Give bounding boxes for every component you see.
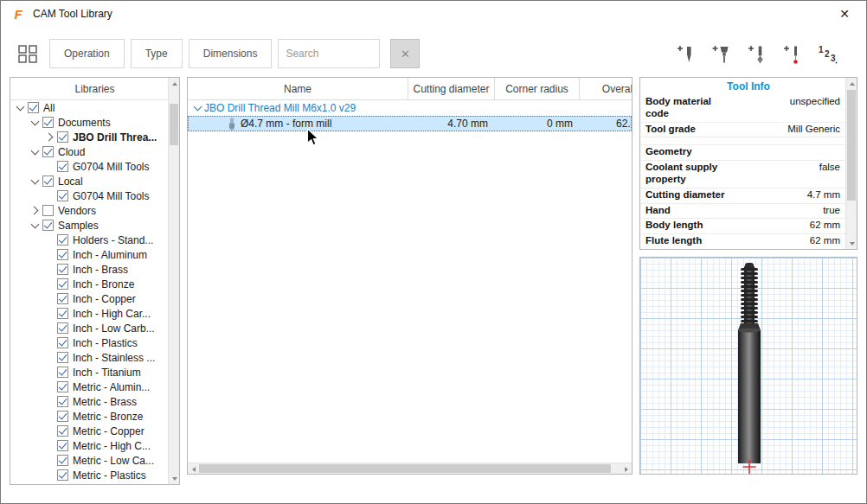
search-input[interactable] bbox=[278, 39, 380, 68]
library-tree-item[interactable]: Local bbox=[10, 174, 168, 188]
library-tree-item[interactable]: Inch - Copper bbox=[10, 291, 168, 306]
scroll-right-icon[interactable] bbox=[620, 463, 632, 475]
library-visibility-checkbox[interactable] bbox=[57, 234, 68, 246]
library-tree-item[interactable]: Inch - Low Carb... bbox=[10, 321, 168, 335]
library-tree-item[interactable]: Metric - Alumin... bbox=[10, 380, 168, 394]
library-tree-item[interactable]: Metric - Brass bbox=[10, 394, 168, 409]
property-label: Tool grade bbox=[645, 124, 737, 136]
collapse-icon[interactable] bbox=[29, 116, 42, 129]
tool-row[interactable]: Ø4.7 mm - form mill4.70 mm0 mm62. bbox=[188, 116, 632, 131]
library-visibility-checkbox[interactable] bbox=[57, 264, 68, 275]
scroll-down-icon[interactable] bbox=[846, 238, 857, 249]
library-tree-item[interactable]: G0704 Mill Tools bbox=[10, 159, 168, 174]
library-visibility-checkbox[interactable] bbox=[42, 146, 54, 157]
library-visibility-checkbox[interactable] bbox=[42, 205, 54, 216]
scroll-up-icon[interactable] bbox=[846, 78, 857, 89]
library-visibility-checkbox[interactable] bbox=[28, 102, 39, 113]
library-tree-item[interactable]: Metric - Bronze bbox=[10, 409, 168, 424]
library-tree-item[interactable]: Metric - Copper bbox=[10, 424, 168, 438]
column-header-corner-radius[interactable]: Corner radius bbox=[495, 78, 580, 99]
library-visibility-checkbox[interactable] bbox=[42, 117, 54, 128]
collapse-icon[interactable] bbox=[29, 145, 42, 158]
library-visibility-checkbox[interactable] bbox=[57, 411, 68, 422]
new-holder-icon[interactable] bbox=[710, 42, 732, 67]
library-tree-item[interactable]: Cloud bbox=[10, 144, 168, 159]
library-name: Metric - Bronze bbox=[73, 411, 143, 423]
library-tree-item[interactable]: Samples bbox=[10, 218, 168, 233]
library-tree-item[interactable]: Metric - Low Ca... bbox=[10, 453, 168, 468]
column-header-cutting-diameter[interactable]: Cutting diameter bbox=[408, 78, 495, 99]
library-visibility-checkbox[interactable] bbox=[57, 381, 68, 392]
library-tree-item[interactable]: Vendors bbox=[10, 203, 168, 218]
library-visibility-checkbox[interactable] bbox=[57, 278, 68, 290]
library-visibility-checkbox[interactable] bbox=[57, 425, 68, 437]
renumber-tools-icon[interactable]: 1 2 3 bbox=[816, 42, 838, 67]
collapse-icon[interactable] bbox=[29, 219, 42, 232]
tool-info-scrollbar[interactable] bbox=[845, 78, 857, 249]
library-visibility-checkbox[interactable] bbox=[57, 190, 68, 201]
scroll-up-icon[interactable] bbox=[169, 78, 180, 89]
fusion-app-icon: F bbox=[11, 7, 25, 21]
library-tree-item[interactable]: Inch - Brass bbox=[10, 262, 168, 277]
library-visibility-checkbox[interactable] bbox=[57, 322, 68, 334]
expand-icon[interactable] bbox=[43, 131, 56, 144]
library-tree-item[interactable]: Inch - Plastics bbox=[10, 335, 168, 350]
view-options-icon[interactable] bbox=[15, 41, 41, 67]
collapse-icon[interactable] bbox=[191, 102, 204, 115]
filter-dimensions-button[interactable]: Dimensions bbox=[189, 39, 273, 68]
library-visibility-checkbox[interactable] bbox=[42, 220, 54, 231]
close-icon[interactable] bbox=[833, 3, 856, 25]
table-header: Name Cutting diameter Corner radius Over… bbox=[188, 78, 632, 100]
library-visibility-checkbox[interactable] bbox=[57, 352, 68, 363]
expand-icon[interactable] bbox=[29, 204, 42, 217]
libraries-scrollbar[interactable] bbox=[168, 78, 179, 484]
expander-spacer bbox=[43, 248, 56, 261]
library-tree-item[interactable]: Metric - Plastics bbox=[10, 468, 168, 482]
library-name: Inch - Bronze bbox=[73, 278, 134, 290]
library-tree-item[interactable]: Metric - High C... bbox=[10, 438, 168, 453]
scrollbar-thumb[interactable] bbox=[170, 104, 178, 145]
library-tree-item[interactable]: All bbox=[10, 100, 168, 115]
collapse-icon[interactable] bbox=[29, 175, 42, 188]
column-header-overall-length[interactable]: Overall len bbox=[580, 78, 633, 99]
tool-corner-radius: 0 mm bbox=[495, 116, 580, 131]
library-tree-item[interactable]: Inch - Bronze bbox=[10, 277, 168, 291]
library-tree-item[interactable]: Inch - Titanium bbox=[10, 365, 168, 380]
library-visibility-checkbox[interactable] bbox=[57, 308, 68, 319]
scrollbar-thumb[interactable] bbox=[199, 464, 611, 473]
library-tree-item[interactable]: G0704 Mill Tools bbox=[10, 188, 168, 203]
library-tree-item[interactable]: JBO Drill Threa... bbox=[10, 130, 168, 144]
library-visibility-checkbox[interactable] bbox=[57, 396, 68, 407]
new-turning-tool-icon[interactable] bbox=[745, 42, 767, 67]
library-tree-item[interactable]: Documents bbox=[10, 115, 168, 130]
table-horizontal-scrollbar[interactable] bbox=[188, 463, 632, 474]
table-body: JBO Drill Thread Mill M6x1.0 v29 Ø4.7 mm… bbox=[188, 100, 632, 463]
library-visibility-checkbox[interactable] bbox=[57, 131, 68, 143]
library-name: Vendors bbox=[58, 205, 96, 217]
scroll-down-icon[interactable] bbox=[169, 473, 180, 484]
library-visibility-checkbox[interactable] bbox=[57, 367, 68, 378]
library-visibility-checkbox[interactable] bbox=[57, 293, 68, 304]
library-visibility-checkbox[interactable] bbox=[57, 455, 68, 466]
library-visibility-checkbox[interactable] bbox=[57, 249, 68, 260]
scroll-left-icon[interactable] bbox=[188, 463, 199, 475]
new-mill-tool-icon[interactable] bbox=[674, 42, 697, 67]
library-tree-item[interactable]: Inch - High Car... bbox=[10, 306, 168, 321]
library-group-row[interactable]: JBO Drill Thread Mill M6x1.0 v29 bbox=[188, 100, 632, 116]
new-probe-icon[interactable] bbox=[780, 42, 803, 67]
filter-operation-button[interactable]: Operation bbox=[49, 39, 125, 68]
library-tree-item[interactable]: Inch - Aluminum bbox=[10, 247, 168, 262]
library-visibility-checkbox[interactable] bbox=[57, 469, 68, 481]
library-visibility-checkbox[interactable] bbox=[42, 175, 54, 187]
expander-spacer bbox=[43, 424, 56, 437]
library-tree-item[interactable]: Holders - Stand... bbox=[10, 233, 168, 247]
column-header-name[interactable]: Name bbox=[188, 78, 408, 99]
library-visibility-checkbox[interactable] bbox=[57, 337, 68, 348]
filter-type-button[interactable]: Type bbox=[131, 39, 183, 68]
library-visibility-checkbox[interactable] bbox=[57, 161, 68, 172]
collapse-icon[interactable] bbox=[14, 101, 27, 114]
library-name: Inch - High Car... bbox=[73, 308, 151, 320]
library-visibility-checkbox[interactable] bbox=[57, 440, 68, 451]
scrollbar-thumb[interactable] bbox=[847, 90, 856, 201]
library-tree-item[interactable]: Inch - Stainless ... bbox=[10, 350, 168, 365]
